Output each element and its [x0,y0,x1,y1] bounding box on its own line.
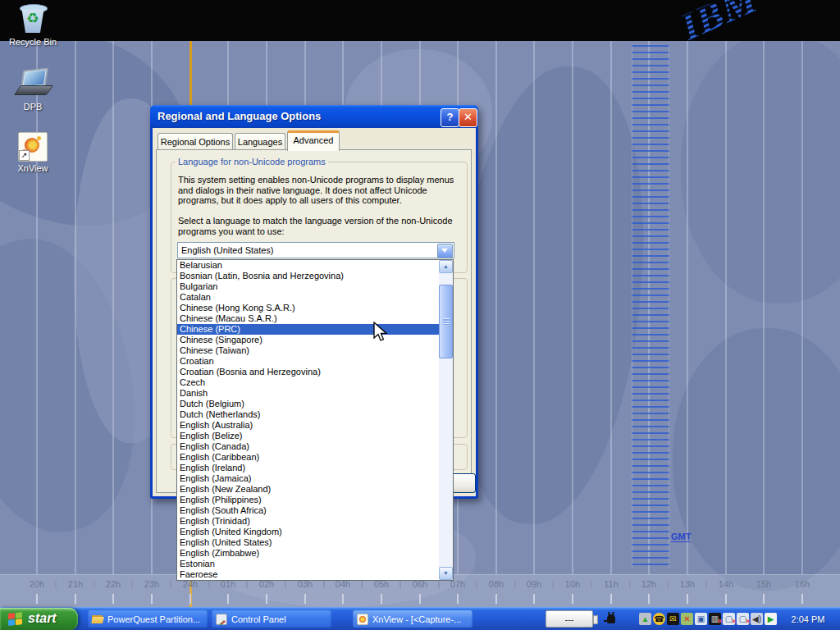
hour-gridline [687,41,688,574]
timezone-separator [246,581,248,588]
scroll-up-icon[interactable]: ▲ [439,260,453,273]
language-option[interactable]: Faeroese [177,569,440,580]
language-option[interactable]: English (Jamaica) [177,473,440,484]
language-option[interactable]: English (Canada) [177,441,440,452]
language-option[interactable]: Chinese (Hong Kong S.A.R.) [177,303,440,313]
map-landmass [673,328,840,591]
start-button[interactable]: start [0,608,78,630]
language-option[interactable]: English (New Zealand) [177,484,440,495]
task-label: Control Panel [231,610,286,628]
start-label: start [28,611,57,626]
network-computers-icon[interactable]: ▣ [695,613,707,625]
timezone-separator [667,581,669,588]
desktop-icon-xnview[interactable]: ↗ XnView [2,132,64,173]
timezone-tick [687,594,688,604]
timezone-separator [705,581,707,588]
windows-flag-icon [8,612,23,627]
dialog-titlebar[interactable]: Regional and Language Options ? ✕ [150,105,478,128]
language-option[interactable]: Chinese (PRC) [177,324,440,335]
close-button[interactable]: ✕ [459,108,477,127]
volume-icon[interactable]: ◀) [751,613,763,625]
control-panel-icon: ✓ [216,614,227,625]
language-option[interactable]: English (South Africa) [177,505,440,516]
language-option[interactable]: Chinese (Singapore) [177,335,440,345]
language-option[interactable]: Belarusian [177,260,440,271]
language-dropdown-list[interactable]: BelarusianBosnian (Latin, Bosnia and Her… [176,259,454,581]
timezone-label: 21h [57,579,94,589]
language-option[interactable]: Chinese (Taiwan) [177,345,440,356]
xnview-glyph [357,614,368,625]
language-option[interactable]: Czech [177,377,440,388]
audio-device-error-icon[interactable]: ▢✕ [737,613,749,625]
language-option[interactable]: Dutch (Netherlands) [177,409,440,420]
tab-languages[interactable]: Languages [235,133,285,150]
mail-alert-icon[interactable]: ✉ [667,613,679,625]
language-option[interactable]: English (Philippines) [177,495,440,505]
language-option[interactable]: Bosnian (Latin, Bosnia and Herzegovina) [177,271,440,281]
language-option[interactable]: Estonian [177,559,440,569]
language-option[interactable]: Croatian (Bosnia and Herzegovina) [177,367,440,377]
language-option[interactable]: Bulgarian [177,281,440,292]
timezone-tick [457,594,459,604]
battery-meter[interactable]: --- [546,610,593,628]
timezone-separator [361,581,363,588]
timezone-label: 13h [669,579,705,589]
language-option[interactable]: English (Australia) [177,420,440,431]
group-caption: Language for non-Unicode programs [176,157,328,167]
language-option[interactable]: Croatian [177,356,440,367]
mixer-muted-icon[interactable]: ▥✕ [709,613,721,625]
control-panel-glyph: ✓ [216,614,227,625]
eject-hardware-icon[interactable]: ▲ [639,613,651,625]
language-option[interactable]: Danish [177,388,440,399]
timezone-tick [151,594,153,604]
network-disconnected-icon[interactable]: ▢✕ [723,613,735,625]
language-option[interactable]: English (United Kingdom) [177,527,440,537]
agent-phone-icon[interactable]: ☎ [653,613,665,625]
language-option[interactable]: English (Belize) [177,431,440,441]
language-option[interactable]: Dutch (Belgium) [177,399,440,409]
timezone-tick [801,594,803,604]
icon-label: XnView [2,163,64,173]
desktop-icon-recycle-bin[interactable]: ♻ Recycle Bin [2,2,64,47]
group-description: This system setting enables non-Unicode … [178,175,454,206]
messenger-offline-icon[interactable]: ✕ [681,613,693,625]
recycle-bin-icon: ♻ [16,2,49,35]
timezone-tick [112,594,114,604]
language-combobox[interactable]: English (United States) [177,242,454,258]
timezone-label: 09h [516,579,552,589]
timezone-tick [227,594,229,604]
scroll-down-icon[interactable]: ▼ [439,567,453,580]
xnview-icon: ↗ [18,132,48,162]
timezone-tick [419,594,421,604]
scrollbar[interactable]: ▲ ▼ [439,260,453,580]
ac-power-plug-icon [602,611,619,628]
language-option[interactable]: English (Zimbabwe) [177,548,440,559]
error-badge: ✕ [717,615,723,628]
icon-label: Recycle Bin [2,37,64,47]
help-button[interactable]: ? [441,108,459,127]
desktop-icon-dpb[interactable]: DPB [2,67,64,112]
language-option[interactable]: English (Trinidad) [177,516,440,527]
timezone-label: 20h [19,579,55,589]
taskbar-button-3[interactable]: XnView - [<Capture-... [353,610,472,628]
language-option[interactable]: Catalan [177,292,440,303]
timezone-label: 10h [555,579,591,589]
taskbar-button-1[interactable]: PowerQuest Partition... [88,610,208,628]
timezone-tick [266,594,267,604]
taskbar-button-2[interactable]: ✓Control Panel [212,610,331,628]
language-option[interactable]: English (Ireland) [177,463,440,473]
task-label: PowerQuest Partition... [107,610,200,628]
timezone-separator [782,581,783,588]
scrollbar-thumb[interactable] [439,285,453,358]
tab-advanced[interactable]: Advanced [287,130,340,151]
media-player-icon[interactable]: ▶ [765,613,777,625]
chevron-down-icon[interactable] [437,244,453,258]
tab-regional-options[interactable]: Regional Options [158,133,233,150]
language-option[interactable]: English (United States) [177,537,440,548]
language-option[interactable]: Chinese (Macau S.A.R.) [177,313,440,324]
icon-label: DPB [2,102,64,112]
timezone-tick [610,594,612,604]
hour-gridline [572,41,573,574]
language-option[interactable]: English (Caribbean) [177,452,440,463]
hour-gridline [533,41,535,574]
